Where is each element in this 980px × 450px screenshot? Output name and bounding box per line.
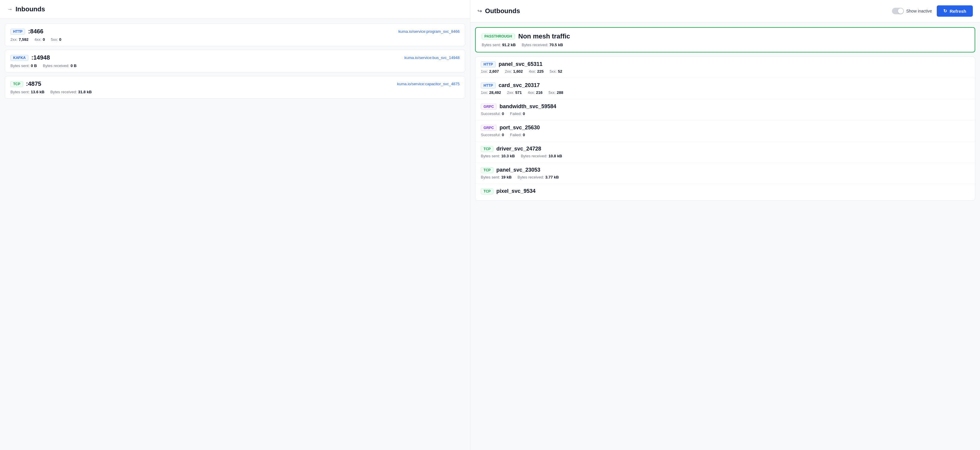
stat-value: 0 — [523, 111, 525, 116]
outbound-row: HTTP panel_svc_65311 1xx: 2,607 2xx: 1,6… — [476, 57, 975, 78]
outbound-row-top: HTTP card_svc_20317 — [481, 82, 970, 89]
stat-item: 4xx: 0 — [34, 37, 45, 42]
card-top-left: TCP :4875 — [10, 81, 41, 87]
refresh-button[interactable]: ↻ Refresh — [937, 5, 973, 17]
stat-item: 4xx: 225 — [529, 69, 544, 74]
refresh-label: Refresh — [950, 9, 966, 14]
service-link[interactable]: kuma.io/service:program_svc_8466 — [398, 29, 460, 34]
outbound-name: bandwidth_svc_59584 — [500, 103, 556, 110]
outbound-row: TCP driver_svc_24728 Bytes sent: 10.3 kB… — [476, 141, 975, 163]
outbound-name: panel_svc_23053 — [496, 167, 540, 173]
inbound-card: TCP :4875 kuma.io/service:capacitor_svc_… — [5, 76, 465, 99]
passthrough-stats: Bytes sent: 91.2 kB Bytes received: 70.5… — [482, 43, 969, 47]
outbound-name: panel_svc_65311 — [499, 61, 542, 67]
stat-label: Bytes received: — [43, 63, 70, 68]
stats-row: Bytes sent: 0 B Bytes received: 0 B — [10, 63, 460, 68]
inbounds-title: Inbounds — [16, 5, 45, 13]
stat-value: 216 — [536, 90, 542, 95]
stats-row: 1xx: 2,607 2xx: 1,602 4xx: 225 5xx: 52 — [481, 69, 970, 74]
protocol-badge: TCP — [481, 189, 493, 194]
stat-label: Bytes sent: — [481, 175, 500, 179]
stat-label: Failed: — [510, 111, 522, 116]
stat-value: 288 — [557, 90, 563, 95]
outbounds-panel: ↪ Outbounds Show inactive ↻ Refresh Pass… — [470, 0, 980, 450]
stat-value: 0 B — [70, 63, 76, 68]
outbounds-actions: Show inactive ↻ Refresh — [892, 5, 973, 17]
stat-item: Bytes sent: 19 kB — [481, 175, 511, 179]
stat-value: 31.8 kB — [78, 90, 92, 94]
outbound-row-top: HTTP panel_svc_65311 — [481, 61, 970, 67]
stat-label: Bytes sent: — [10, 63, 30, 68]
stat-label: 4xx: — [529, 69, 536, 74]
protocol-badge: HTTP — [10, 29, 25, 35]
stat-item: 4xx: 216 — [528, 90, 542, 95]
service-link[interactable]: kuma.io/service:capacitor_svc_4875 — [397, 82, 460, 86]
stat-value: 10.3 kB — [501, 154, 515, 158]
stat-value: 0 — [502, 133, 504, 137]
stat-item: Bytes received: 10.8 kB — [521, 154, 562, 158]
stats-row: Successful: 0 Failed: 0 — [481, 111, 970, 116]
stat-label: 5xx: — [550, 69, 557, 74]
stat-item: Bytes received: 31.8 kB — [51, 90, 92, 94]
protocol-badge: TCP — [481, 146, 493, 152]
service-link[interactable]: kuma.io/service:bus_svc_14948 — [404, 55, 460, 60]
stat-value: 0 — [523, 133, 525, 137]
arrow-out-icon: ↪ — [477, 8, 482, 14]
outbound-name: card_svc_20317 — [499, 82, 540, 89]
protocol-badge: gRPC — [481, 125, 496, 131]
refresh-icon: ↻ — [943, 8, 947, 14]
arrow-right-icon: → — [7, 6, 13, 13]
stat-label: 2xx: — [507, 90, 514, 95]
stat-item: 2xx: 571 — [507, 90, 522, 95]
outbound-row-top: TCP pixel_svc_9534 — [481, 188, 970, 194]
stat-label: Failed: — [510, 133, 522, 137]
stat-label: Bytes received: — [51, 90, 77, 94]
outbound-name: driver_svc_24728 — [496, 146, 541, 152]
inbound-card: Kafka :14948 kuma.io/service:bus_svc_149… — [5, 50, 465, 73]
outbound-row-top: gRPC port_svc_25630 — [481, 125, 970, 131]
protocol-badge: TCP — [10, 81, 23, 87]
outbound-row-top: TCP panel_svc_23053 — [481, 167, 970, 173]
outbound-row: gRPC bandwidth_svc_59584 Successful: 0 F… — [476, 99, 975, 120]
inbounds-body: HTTP :8466 kuma.io/service:program_svc_8… — [0, 19, 470, 450]
card-top: Kafka :14948 kuma.io/service:bus_svc_149… — [10, 54, 460, 61]
stats-row: 1xx: 28,492 2xx: 571 4xx: 216 5xx: 288 — [481, 90, 970, 95]
stats-row: Bytes sent: 13.6 kB Bytes received: 31.8… — [10, 90, 460, 94]
stat-value: 91.2 kB — [502, 43, 516, 47]
inbounds-panel: → Inbounds HTTP :8466 kuma.io/service:pr… — [0, 0, 470, 450]
stat-label: 2xx: — [10, 37, 18, 42]
stat-value: 7,592 — [19, 37, 29, 42]
outbound-row: gRPC port_svc_25630 Successful: 0 Failed… — [476, 120, 975, 141]
stat-label: 4xx: — [528, 90, 535, 95]
stat-item: Bytes received: 3.77 kB — [517, 175, 558, 179]
stat-label: Successful: — [481, 111, 500, 116]
card-top: TCP :4875 kuma.io/service:capacitor_svc_… — [10, 81, 460, 87]
stat-item: Bytes received: 70.5 kB — [522, 43, 563, 47]
stat-item: 2xx: 7,592 — [10, 37, 29, 42]
show-inactive-toggle[interactable]: Show inactive — [892, 8, 932, 14]
card-top-left: HTTP :8466 — [10, 28, 44, 35]
stat-value: 225 — [537, 69, 544, 74]
outbound-cards-group: HTTP panel_svc_65311 1xx: 2,607 2xx: 1,6… — [475, 57, 975, 201]
outbound-row: HTTP card_svc_20317 1xx: 28,492 2xx: 571… — [476, 78, 975, 99]
protocol-badge: HTTP — [481, 82, 495, 89]
toggle-thumb — [898, 8, 903, 14]
stat-item: 1xx: 28,492 — [481, 90, 501, 95]
port-label: :8466 — [28, 28, 43, 35]
stats-row: Bytes sent: 10.3 kB Bytes received: 10.8… — [481, 154, 970, 158]
stat-value: 70.5 kB — [549, 43, 563, 47]
passthrough-top: Passthrough Non mesh traffic — [482, 32, 969, 40]
stat-item: 5xx: 288 — [549, 90, 563, 95]
stat-label: Bytes sent: — [10, 90, 30, 94]
protocol-badge: Kafka — [10, 55, 29, 61]
card-top-left: Kafka :14948 — [10, 54, 50, 61]
stat-value: 0 — [59, 37, 61, 42]
outbounds-header: ↪ Outbounds Show inactive ↻ Refresh — [470, 0, 980, 22]
stat-label: 1xx: — [481, 90, 488, 95]
toggle-track[interactable] — [892, 8, 904, 14]
stat-value: 2,607 — [489, 69, 499, 74]
outbounds-title: Outbounds — [485, 7, 520, 15]
stat-item: Bytes received: 0 B — [43, 63, 77, 68]
passthrough-title: Non mesh traffic — [519, 32, 570, 40]
stat-label: Bytes sent: — [481, 154, 500, 158]
